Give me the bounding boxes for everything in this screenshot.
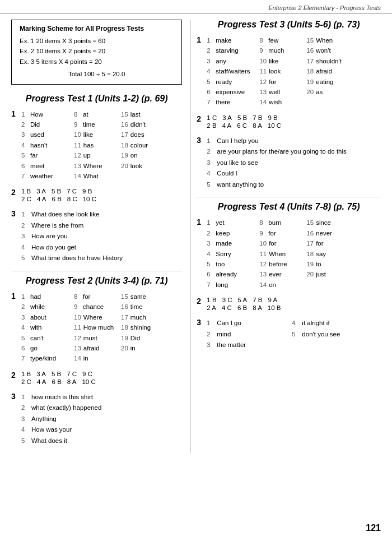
marking-line-3: Ex. 3 5 items X 4 points = 20 (20, 57, 174, 67)
list-item: 19to (306, 259, 351, 269)
test3-ex3: 3 1Can I help you 2are your plans for th… (197, 136, 381, 191)
list-item: 5want anything to (207, 179, 381, 191)
list-item: 10Where (74, 312, 119, 322)
phrase-list: 1Can I go 2mind 3the matter (207, 318, 291, 351)
phrase-list: 1What does she look like 2Where is she f… (21, 209, 182, 264)
test4-ex2: 2 1 B3 C5 A7 B9 A 2 A4 C6 B8 A10 B (197, 297, 381, 311)
list-item: 1had (21, 292, 72, 302)
answers-row1: 1 C3 A5 B7 B9 B (207, 114, 381, 121)
list-item: 11When (259, 249, 304, 259)
list-item: 8burn (259, 218, 304, 228)
list-item: 7weather (21, 171, 72, 181)
list-item: 2mind (207, 329, 291, 340)
list-item: 9for (259, 228, 304, 238)
list-item: 13well (259, 87, 304, 97)
test2-ex1-grid: 1had 2while 3about 4with 5can't 6go 7typ… (21, 292, 182, 364)
list-item: 4staff/waiters (207, 66, 257, 76)
page-header: Enterprise 2 Elementary - Progress Tests (0, 0, 392, 14)
list-item: 19Did (121, 333, 166, 343)
list-item: 3How are you (21, 231, 182, 242)
list-item: 14What (74, 171, 119, 181)
ex2-num: 2 (11, 188, 19, 197)
list-item: 17does (121, 130, 166, 140)
list-item: 11look (259, 66, 304, 76)
list-item: 15since (306, 218, 351, 228)
list-item: 11has (74, 140, 119, 150)
test1-title: Progress Test 1 (Units 1-2) (p. 69) (11, 94, 182, 104)
list-item: 10like (259, 56, 304, 66)
test1-ex2: 2 1 B3 A5 B7 C9 B 2 C4 A6 B8 C10 C (11, 188, 182, 202)
answers-row2: 2 C4 A6 B8 A10 C (21, 378, 182, 385)
test1-ex1-grid: 1How 2Did 3used 4hasn't 5far 6meet 7weat… (21, 109, 182, 182)
list-item: 1how much is this shirt (21, 392, 182, 403)
test4-ex3: 3 1Can I go 2mind 3the matter 4it alrigh… (197, 318, 381, 351)
marking-line-2: Ex. 2 10 items X 2 points = 20 (20, 46, 174, 56)
list-item: 2starving (207, 45, 257, 56)
list-item: 17for (306, 238, 351, 248)
ex1-num: 1 (11, 109, 19, 118)
ex1-num: 1 (197, 218, 204, 226)
test2-title: Progress Test 2 (Units 3-4) (p. 71) (11, 276, 182, 286)
list-item: 4hasn't (21, 140, 72, 150)
test4-title: Progress Test 4 (Units 7-8) (p. 75) (197, 202, 381, 212)
list-item: 13ever (259, 269, 304, 279)
list-item: 15last (121, 109, 166, 119)
list-item: 12for (259, 77, 304, 87)
list-item: 1How (21, 109, 72, 119)
list-item: 3made (207, 238, 257, 248)
list-item: 15When (306, 35, 351, 45)
test3-ex1: 1 1make 2starving 3any 4staff/waiters 5r… (197, 35, 381, 108)
list-item: 4it alright if (292, 318, 376, 329)
phrase-list: 1how much is this shirt 2what (exactly) … (21, 392, 182, 447)
list-item: 7type/kind (21, 353, 72, 363)
page-number: 121 (366, 523, 381, 533)
marking-scheme: Marking Scheme for All Progress Tests Ex… (11, 20, 182, 85)
ex3-num: 3 (197, 136, 204, 145)
list-item: 2Did (21, 119, 72, 130)
list-item: 12must (74, 333, 119, 343)
list-item: 5far (21, 150, 72, 160)
ex2-num: 2 (197, 114, 204, 123)
list-item: 9much (259, 45, 304, 56)
list-item: 6expensive (207, 87, 257, 97)
list-item: 5ready (207, 77, 257, 87)
phrase-list: 4it alright if 5don't you see (292, 318, 376, 351)
marking-total: Total 100 ÷ 5 = 20.0 (20, 69, 174, 79)
list-item: 3you like to see (207, 158, 381, 169)
list-item: 8few (259, 35, 304, 45)
test1-ex3: 3 1What does she look like 2Where is she… (11, 209, 182, 264)
test2-ex3: 3 1how much is this shirt 2what (exactly… (11, 392, 182, 447)
list-item: 8for (74, 292, 119, 302)
list-item: 4How do you get (21, 242, 182, 253)
list-item: 12before (259, 259, 304, 269)
list-item: 11How much (74, 322, 119, 332)
test4-ex1: 1 1yet 2keep 3made 4Sorry 5too 6already … (197, 218, 381, 290)
test3-ex1-grid: 1make 2starving 3any 4staff/waiters 5rea… (207, 35, 381, 108)
list-item: 16time (121, 302, 166, 312)
list-item: 14wish (259, 97, 304, 107)
list-item: 6go (21, 343, 72, 353)
list-item: 1make (207, 35, 257, 45)
test3-title: Progress Test 3 (Units 5-6) (p. 73) (197, 20, 381, 30)
list-item: 16didn't (121, 119, 166, 130)
list-item: 5What does it (21, 436, 182, 447)
answers-row1: 1 B3 A5 B7 C9 B (21, 188, 182, 195)
list-item: 4Could I (207, 168, 381, 179)
ex2-num: 2 (197, 297, 204, 306)
list-item: 15same (121, 292, 166, 302)
ex1-num: 1 (197, 35, 204, 44)
test2-ex1: 1 1had 2while 3about 4with 5can't 6go 7t… (11, 292, 182, 364)
list-item: 7there (207, 97, 257, 107)
list-item: 3about (21, 312, 72, 322)
list-item: 1Can I help you (207, 136, 381, 147)
list-item: 14on (259, 280, 304, 290)
list-item: 12up (74, 150, 119, 160)
list-item: 8at (74, 109, 119, 119)
list-item: 17shouldn't (306, 56, 351, 66)
answers-row1: 1 B3 C5 A7 B9 A (207, 297, 381, 303)
phrase-list: 1Can I help you 2are your plans for the/… (207, 136, 381, 191)
list-item: 1yet (207, 218, 257, 228)
ex2-num: 2 (11, 371, 19, 380)
list-item: 4with (21, 322, 72, 332)
list-item: 1What does she look like (21, 209, 182, 220)
